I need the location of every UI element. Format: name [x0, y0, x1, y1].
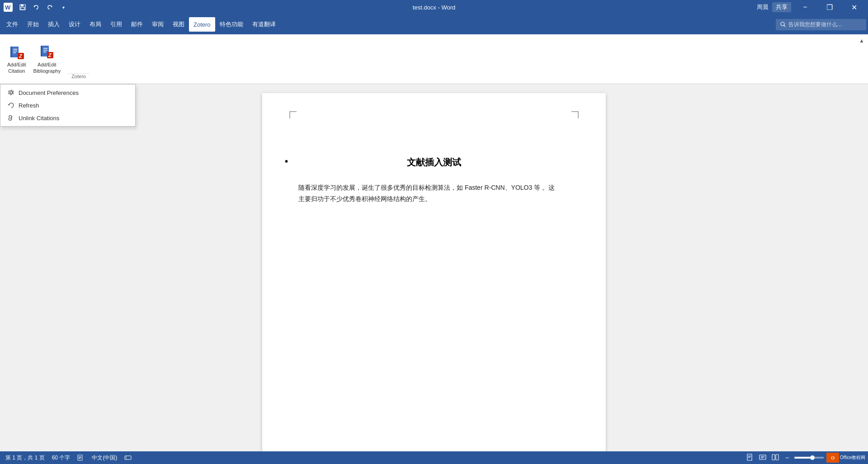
document-area: 文献插入测试 随看深度学习的发展，诞生了很多优秀的目标检测算法，如 Faster… [0, 84, 868, 451]
view-web-button[interactable] [758, 453, 767, 463]
paragraph-2: 主要归功于不少优秀卷积神经网络结构的产生。 [298, 193, 570, 205]
svg-point-7 [781, 22, 784, 26]
svg-rect-10 [12, 47, 19, 57]
zotero-dropdown: Document Preferences Refresh Unlink Cita… [0, 84, 136, 127]
menu-bar: 文件 开始 插入 设计 布局 引用 邮件 审阅 视图 Zotero 特色功能 有… [0, 14, 868, 34]
ribbon: Z Add/EditCitation Z Add/EditBibliogra [0, 34, 868, 84]
customize-button[interactable]: ▾ [57, 1, 70, 14]
search-box[interactable]: 告诉我您想要做什么... [776, 19, 866, 30]
svg-line-8 [784, 25, 785, 27]
svg-rect-4 [21, 7, 24, 9]
add-edit-citation-button[interactable]: Z Add/EditCitation [4, 41, 30, 77]
menu-file[interactable]: 文件 [2, 17, 23, 32]
document-preferences-label: Document Preferences [19, 89, 79, 96]
svg-text:W: W [5, 4, 11, 11]
status-bar: 第 1 页，共 1 页 60 个字 中文(中国) − + 100% O Offi… [0, 451, 868, 464]
menu-mail[interactable]: 邮件 [127, 17, 147, 32]
refresh-item[interactable]: Refresh [0, 99, 135, 112]
watermark: O Office教程网 [824, 451, 868, 464]
refresh-label: Refresh [19, 102, 39, 109]
unlink-icon [8, 114, 15, 122]
view-read-button[interactable] [771, 453, 780, 463]
document-page: 文献插入测试 随看深度学习的发展，诞生了很多优秀的目标检测算法，如 Faster… [262, 93, 606, 451]
restore-button[interactable]: ❐ [819, 0, 840, 14]
document-title: 文献插入测试 [298, 156, 570, 169]
doc-check-icon [77, 454, 85, 461]
add-citation-icon: Z [9, 44, 25, 60]
add-bibliography-icon: Z [39, 44, 55, 60]
document-body: 随看深度学习的发展，诞生了很多优秀的目标检测算法，如 Faster R-CNN、… [298, 182, 570, 205]
add-edit-bibliography-button[interactable]: Z Add/EditBibliography [30, 41, 65, 77]
svg-rect-40 [772, 455, 775, 460]
paragraph-1: 随看深度学习的发展，诞生了很多优秀的目标检测算法，如 Faster R-CNN、… [298, 182, 570, 193]
search-placeholder: 告诉我您想要做什么... [788, 21, 842, 28]
user-name: 周晨 [757, 3, 769, 11]
refresh-icon [8, 102, 15, 109]
language-info: 中文(中国) [92, 454, 117, 462]
menu-zotero[interactable]: Zotero [189, 17, 215, 32]
share-label[interactable]: 共享 [772, 2, 791, 12]
document-preferences-item[interactable]: Document Preferences [0, 86, 135, 99]
view-print-button[interactable] [745, 453, 755, 463]
window-title: test.docx - Word [413, 4, 455, 11]
svg-rect-3 [21, 5, 24, 6]
add-bibliography-label: Add/EditBibliography [33, 62, 61, 74]
svg-rect-41 [776, 455, 778, 460]
zoom-out-button[interactable]: − [783, 453, 791, 462]
office-icon: W [4, 3, 13, 12]
title-bar-left: W ▾ [4, 1, 70, 14]
unlink-citations-item[interactable]: Unlink Citations [0, 112, 135, 124]
menu-youdao[interactable]: 有道翻译 [248, 17, 280, 32]
svg-text:Z: Z [19, 53, 23, 59]
undo-button[interactable] [30, 1, 42, 14]
search-icon [780, 22, 786, 27]
zotero-group-label: Zotero [68, 73, 90, 80]
svg-point-23 [10, 92, 13, 94]
ribbon-collapse-button[interactable]: ▲ [857, 36, 866, 45]
menu-features[interactable]: 特色功能 [215, 17, 248, 32]
page-corner-tr [571, 111, 579, 118]
menu-insert[interactable]: 插入 [43, 17, 64, 32]
gear-icon [8, 89, 15, 96]
menu-review[interactable]: 审阅 [147, 17, 168, 32]
unlink-citations-label: Unlink Citations [19, 115, 59, 122]
menu-reference[interactable]: 引用 [106, 17, 127, 32]
minimize-button[interactable]: − [795, 0, 816, 14]
svg-rect-32 [747, 454, 752, 460]
add-citation-label: Add/EditCitation [7, 62, 26, 74]
close-button[interactable]: ✕ [844, 0, 864, 14]
svg-rect-30 [125, 456, 131, 459]
title-bar-right: 周晨 共享 − ❐ ✕ [757, 0, 864, 14]
svg-text:Z: Z [48, 52, 52, 58]
page-corner-tl [289, 111, 297, 118]
menu-start[interactable]: 开始 [23, 17, 43, 32]
quick-access-toolbar: ▾ [16, 1, 70, 14]
redo-button[interactable] [43, 1, 56, 14]
layout-icon [124, 454, 132, 461]
page-info: 第 1 页，共 1 页 [5, 454, 45, 462]
menu-layout[interactable]: 布局 [85, 17, 106, 32]
save-button[interactable] [16, 1, 29, 14]
menu-design[interactable]: 设计 [64, 17, 85, 32]
menu-view[interactable]: 视图 [168, 17, 189, 32]
word-count: 60 个字 [52, 454, 71, 462]
title-bar: W ▾ test.docx - Word 周晨 共享 − ❐ ✕ [0, 0, 868, 14]
